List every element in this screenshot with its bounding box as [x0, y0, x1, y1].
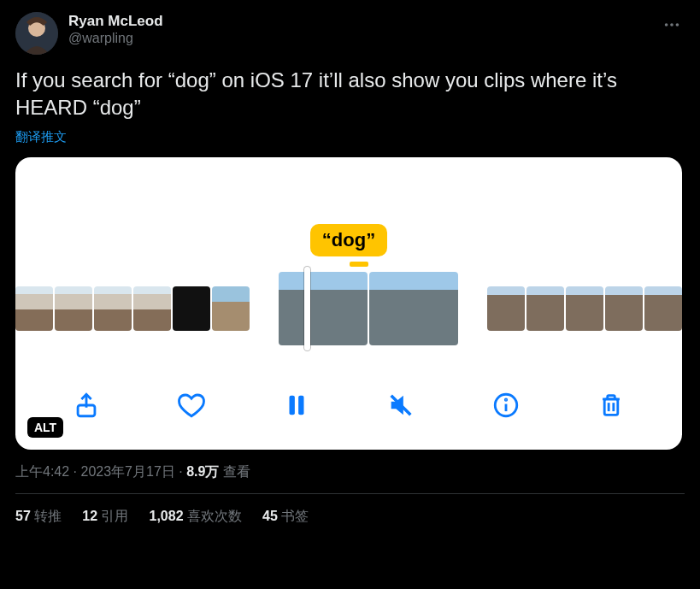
meta-views-label: 查看	[219, 464, 250, 479]
svg-point-3	[670, 23, 674, 27]
thumbnail[interactable]	[133, 286, 171, 331]
thumbnail[interactable]	[212, 286, 250, 331]
svg-point-4	[676, 23, 679, 27]
thumbnail[interactable]	[644, 286, 682, 331]
thumbnail[interactable]	[279, 272, 368, 345]
svg-rect-6	[289, 395, 294, 415]
trash-icon[interactable]	[594, 388, 628, 422]
svg-rect-7	[298, 395, 303, 415]
tweet-header: Ryan McLeod @warpling	[15, 12, 685, 55]
alt-badge[interactable]: ALT	[27, 417, 63, 438]
translate-link[interactable]: 翻译推文	[15, 129, 67, 145]
thumbnail[interactable]	[55, 286, 92, 331]
thumbnail[interactable]	[94, 286, 132, 331]
thumbnail[interactable]	[15, 286, 53, 331]
author-names: Ryan McLeod @warpling	[68, 12, 163, 47]
heart-icon[interactable]	[174, 388, 209, 422]
display-name[interactable]: Ryan McLeod	[68, 12, 163, 30]
more-icon[interactable]	[659, 12, 685, 41]
tweet-container: Ryan McLeod @warpling If you search for …	[0, 0, 700, 526]
thumbnail[interactable]	[369, 272, 458, 345]
stat-likes[interactable]: 1,082 喜欢次数	[150, 508, 243, 526]
handle[interactable]: @warpling	[68, 30, 163, 47]
clip-group-3	[487, 272, 682, 345]
caption-bubble-row: “dog”	[15, 224, 682, 256]
mute-icon[interactable]	[384, 388, 418, 422]
thumbnail[interactable]	[605, 286, 643, 331]
caption-bubble-tail	[350, 262, 368, 267]
tweet-stats: 57 转推 12 引用 1,082 喜欢次数 45 书签	[15, 494, 685, 526]
thumbnail[interactable]	[566, 286, 603, 331]
thumbnail[interactable]	[487, 286, 525, 331]
avatar[interactable]	[15, 12, 58, 55]
svg-rect-12	[604, 399, 618, 415]
tweet-meta: 上午4:42 · 2023年7月17日 · 8.9万 查看	[15, 463, 685, 481]
stat-bookmarks[interactable]: 45 书签	[262, 508, 309, 526]
svg-point-11	[505, 399, 506, 400]
media-card: “dog”	[15, 157, 682, 450]
share-icon[interactable]	[69, 388, 103, 422]
thumbnail[interactable]	[526, 286, 564, 331]
stat-retweets[interactable]: 57 转推	[15, 508, 62, 526]
tweet-text: If you search for “dog” on iOS 17 it’ll …	[15, 67, 685, 122]
meta-time[interactable]: 上午4:42	[15, 464, 69, 479]
pause-icon[interactable]	[279, 388, 314, 422]
meta-date[interactable]: 2023年7月17日	[80, 464, 174, 479]
stat-quotes[interactable]: 12 引用	[82, 508, 128, 526]
caption-bubble: “dog”	[310, 224, 387, 256]
thumbnail[interactable]	[173, 286, 210, 331]
playhead[interactable]	[304, 267, 310, 350]
clip-group-1	[15, 272, 250, 345]
caption-bubble-text: “dog”	[322, 229, 375, 250]
media-toolbar	[15, 381, 682, 429]
filmstrip[interactable]	[15, 272, 682, 345]
svg-point-2	[665, 23, 668, 27]
info-icon[interactable]	[489, 388, 523, 422]
meta-views-count[interactable]: 8.9万	[186, 464, 219, 479]
